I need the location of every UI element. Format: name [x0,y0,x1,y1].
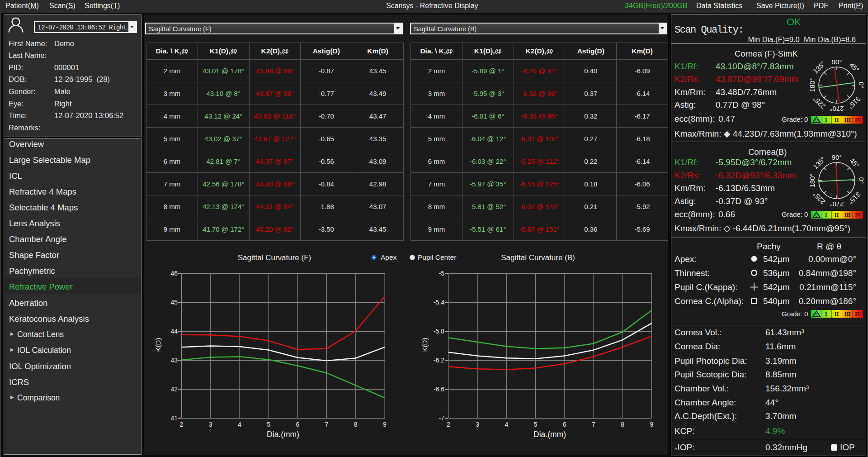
svg-text:2: 2 [447,421,450,428]
svg-text:7: 7 [325,421,329,428]
svg-text:3: 3 [209,421,212,428]
svg-text:45: 45 [170,299,178,306]
svg-text:-5.4: -5.4 [434,299,444,306]
svg-text:2: 2 [180,421,184,428]
svg-text:-6.2: -6.2 [434,357,444,364]
svg-text:0: 0 [815,312,817,317]
svg-text:0: 0 [815,118,817,123]
svg-text:-7: -7 [439,414,445,422]
svg-text:4: 4 [505,421,509,428]
svg-text:180°: 180° [808,173,816,187]
svg-text:Pupil Center: Pupil Center [418,253,456,261]
svg-text:9: 9 [650,421,654,428]
svg-text:180°: 180° [808,78,816,92]
svg-text:42: 42 [170,386,178,393]
svg-text:5: 5 [534,421,538,428]
svg-text:0°: 0° [858,82,865,88]
svg-text:0°: 0° [858,177,865,184]
svg-text:45°: 45° [848,61,861,74]
svg-text:5: 5 [267,421,270,428]
svg-text:6: 6 [563,421,566,428]
svg-text:46: 46 [170,270,178,277]
svg-text:K(D): K(D) [421,338,429,352]
svg-text:-5.8: -5.8 [434,328,444,335]
svg-text:8: 8 [621,421,624,428]
svg-text:3: 3 [476,421,479,428]
svg-text:K(D): K(D) [154,338,162,352]
svg-text:Dia.(mm): Dia.(mm) [533,430,566,439]
svg-text:-6.6: -6.6 [434,386,444,393]
svg-text:41: 41 [170,414,178,422]
svg-text:Dia.(mm): Dia.(mm) [267,430,299,439]
svg-text:270°: 270° [830,200,844,208]
svg-text:90°: 90° [832,153,842,161]
svg-text:7: 7 [592,421,595,428]
svg-text:8: 8 [354,421,358,428]
svg-text:Sagittal Curvature (F): Sagittal Curvature (F) [238,253,311,262]
svg-text:Sagittal Curvature (B): Sagittal Curvature (B) [501,253,575,262]
svg-text:Apex: Apex [381,253,397,261]
svg-text:4: 4 [238,421,241,428]
svg-text:-5: -5 [439,270,445,277]
svg-text:6: 6 [296,421,299,428]
svg-text:90°: 90° [832,58,842,66]
svg-text:43: 43 [170,357,178,364]
svg-text:270°: 270° [830,105,844,113]
svg-text:0: 0 [815,213,817,218]
svg-text:9: 9 [383,421,387,428]
svg-text:44: 44 [170,328,178,335]
svg-text:45°: 45° [848,157,861,169]
